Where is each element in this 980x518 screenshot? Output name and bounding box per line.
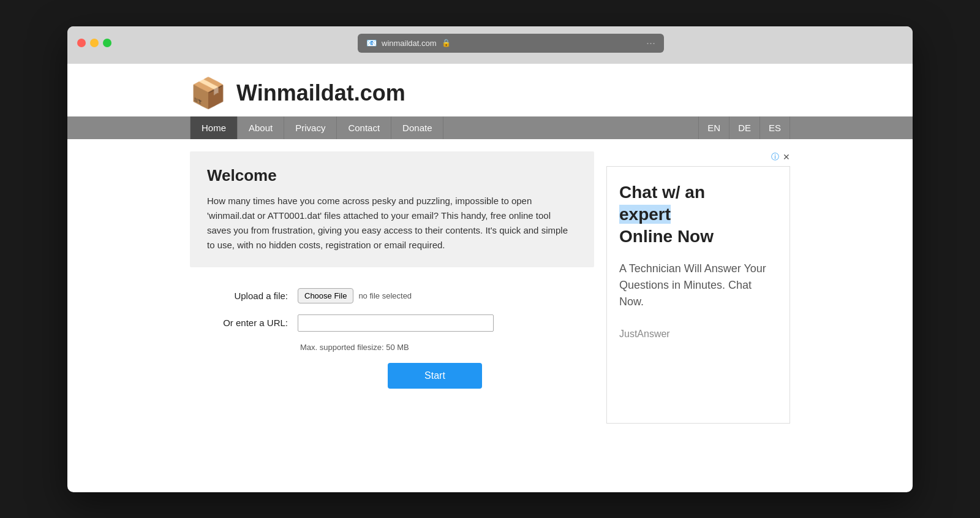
- lang-de[interactable]: DE: [729, 116, 760, 139]
- nav-item-about[interactable]: About: [238, 116, 284, 139]
- ad-close-icon[interactable]: ✕: [783, 152, 790, 162]
- main-content: Welcome How many times have you come acr…: [67, 139, 913, 436]
- start-button-row: Start: [288, 363, 582, 389]
- nav-item-donate[interactable]: Donate: [391, 116, 443, 139]
- left-panel: Welcome How many times have you come acr…: [190, 151, 594, 395]
- upload-label: Upload a file:: [202, 291, 288, 301]
- nav-item-contact[interactable]: Contact: [337, 116, 391, 139]
- ad-headline-part2: expert: [619, 205, 671, 224]
- lock-icon: 🔒: [442, 39, 451, 47]
- browser-tab-bar: [77, 59, 903, 64]
- close-button[interactable]: [77, 39, 86, 47]
- browser-menu-icon[interactable]: ···: [646, 37, 655, 50]
- ad-brand: JustAnswer: [619, 329, 777, 340]
- favicon-icon: 📧: [366, 38, 377, 48]
- language-switcher: EN DE ES: [698, 116, 790, 139]
- ad-headline: Chat w/ an expert Online Now: [619, 181, 777, 248]
- nav-item-privacy[interactable]: Privacy: [284, 116, 337, 139]
- choose-file-button[interactable]: Choose File: [298, 288, 353, 303]
- start-button[interactable]: Start: [388, 363, 482, 389]
- browser-chrome: 📧 winmaildat.com 🔒 ···: [67, 26, 913, 64]
- welcome-text: How many times have you come across pesk…: [207, 194, 577, 253]
- page-header: 📦 Winmaildat.com: [67, 64, 913, 116]
- url-label: Or enter a URL:: [202, 318, 288, 328]
- nav-item-home[interactable]: Home: [190, 116, 238, 139]
- maximize-button[interactable]: [103, 39, 111, 47]
- ad-headline-part1: Chat w/ an: [619, 183, 705, 202]
- minimize-button[interactable]: [90, 39, 99, 47]
- right-panel: ⓘ ✕ Chat w/ an expert Online Now A Techn…: [606, 151, 790, 424]
- traffic-lights: [77, 39, 111, 47]
- no-file-selected-text: no file selected: [358, 291, 412, 300]
- ad-subtext: A Technician Will Answer Your Questions …: [619, 261, 777, 310]
- browser-content: 📦 Winmaildat.com Home About Privacy Cont…: [67, 64, 913, 436]
- upload-form: Upload a file: Choose File no file selec…: [190, 282, 594, 395]
- ad-box: Chat w/ an expert Online Now A Technicia…: [606, 166, 790, 424]
- url-input[interactable]: [298, 314, 494, 332]
- url-row: Or enter a URL:: [202, 314, 582, 332]
- site-title: Winmaildat.com: [236, 80, 405, 106]
- site-logo-icon: 📦: [190, 76, 227, 110]
- ad-headline-part3: Online Now: [619, 227, 714, 246]
- max-filesize-note: Max. supported filesize: 50 MB: [300, 343, 582, 352]
- lang-en[interactable]: EN: [698, 116, 729, 139]
- lang-es[interactable]: ES: [760, 116, 790, 139]
- browser-window: 📧 winmaildat.com 🔒 ··· 📦 Winmaildat.com …: [67, 26, 913, 492]
- browser-top-bar: 📧 winmaildat.com 🔒 ···: [77, 34, 903, 53]
- address-text: winmaildat.com: [382, 39, 437, 48]
- ad-controls: ⓘ ✕: [606, 151, 790, 162]
- upload-file-row: Upload a file: Choose File no file selec…: [202, 288, 582, 303]
- welcome-title: Welcome: [207, 166, 577, 185]
- file-input-wrapper: Choose File no file selected: [298, 288, 412, 303]
- welcome-box: Welcome How many times have you come acr…: [190, 151, 594, 267]
- ad-info-icon[interactable]: ⓘ: [771, 151, 779, 162]
- nav-bar: Home About Privacy Contact Donate EN DE …: [67, 116, 913, 139]
- address-bar[interactable]: 📧 winmaildat.com 🔒 ···: [358, 34, 664, 53]
